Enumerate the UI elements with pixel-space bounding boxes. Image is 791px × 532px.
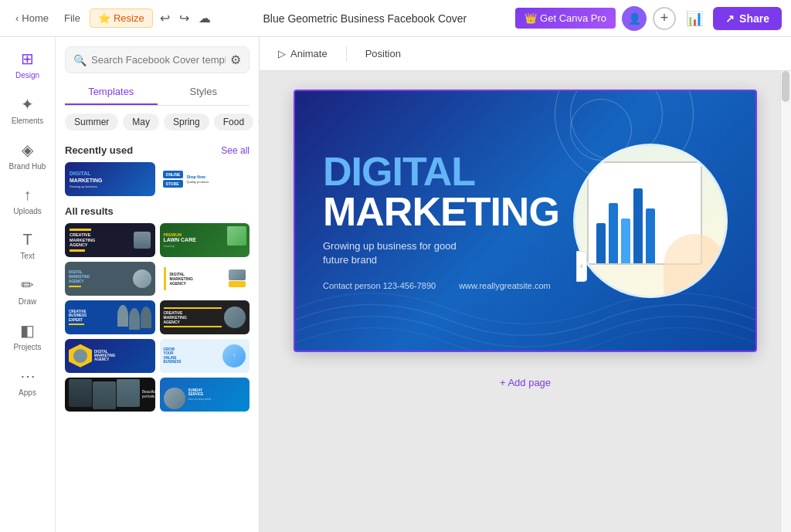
resize-button[interactable]: ⭐ Resize [90,8,153,28]
sidebar-item-projects[interactable]: ◧ Projects [5,315,51,357]
canvas-scroll[interactable]: 🔒 ⧉ ↗ [260,71,791,532]
sidebar-item-uploads[interactable]: ↑ Uploads [5,180,51,222]
undo-button[interactable]: ↩ [156,7,174,29]
recently-used-title: Recently used [65,144,133,156]
canvas-contact-info: Contact person 123-456-7890 www.reallygr… [323,281,559,290]
sidebar-item-text[interactable]: T Text [5,225,51,266]
canvas-toolbar: ▷ Animate Position [260,37,791,71]
see-all-button[interactable]: See all [221,145,250,156]
sidebar-label-design: Design [15,71,39,80]
template-item-8[interactable]: GROWYOURONLINEBUSINESS ↑ [160,339,250,373]
analytics-button[interactable]: 📊 [682,6,707,31]
canvas-wrapper: 🔒 ⧉ ↗ [294,90,757,401]
sidebar-item-design[interactable]: ⊞ Design [5,43,51,86]
chart-bar-1 [596,223,606,263]
projects-icon: ◧ [20,321,35,340]
elements-icon: ✦ [21,95,34,114]
text-icon: T [22,231,32,249]
apps-icon: ⋯ [20,367,36,385]
canvas-circle-image [573,144,728,298]
position-button[interactable]: Position [359,45,407,63]
chip-real[interactable]: Real e... [258,114,259,130]
recent-template-2[interactable]: ONLINE STORE Shop Now Quality products [160,162,250,196]
chip-summer[interactable]: Summer [65,114,118,130]
cloud-button[interactable]: ☁ [195,7,215,29]
draw-icon: ✏ [21,276,34,294]
undo-redo-group: ↩ ↪ ☁ [156,7,215,29]
share-icon: ↗ [725,12,735,25]
design-icon: ⊞ [21,49,34,68]
home-label: Home [22,12,49,24]
sidebar-label-apps: Apps [19,388,36,397]
canvas-contact-person: Contact person 123-456-7890 [323,281,436,290]
star-icon: ⭐ [98,12,110,24]
top-bar-right: 👑 Get Canva Pro 👤 + 📊 ↗ Share [515,6,782,31]
chip-food[interactable]: Food [214,114,253,130]
add-page-button[interactable]: + Add page [294,364,757,401]
template-item-10[interactable]: SUNDAYSERVICE Join us every week [160,378,250,412]
tab-templates[interactable]: Templates [65,80,158,105]
canvas-title-line1: DIGITAL [323,151,559,191]
resize-label: Resize [114,12,144,24]
sidebar-label-brand-hub: Brand Hub [9,162,46,171]
nav-sidebar: ⊞ Design ✦ Elements ◈ Brand Hub ↑ Upload… [0,37,56,532]
search-input[interactable] [91,54,226,66]
sidebar-item-brand-hub[interactable]: ◈ Brand Hub [5,134,51,177]
template-item-3[interactable]: DigitalMarketingAgency [65,262,155,296]
document-title: Blue Geometric Business Facebook Cover [221,12,509,25]
recent-template-1[interactable]: DIGITAL MARKETING Growing up business [65,162,155,196]
template-item-1[interactable]: CREATIVEMARKETINGAGENCY [65,223,155,257]
canvas-subtitle: Growing up business for goodfuture brand [323,239,559,267]
get-pro-button[interactable]: 👑 Get Canva Pro [515,8,616,29]
add-account-button[interactable]: + [653,7,676,30]
template-item-5[interactable]: CREATIVEBUSINESSEXPERT [65,300,155,334]
canvas-text-group: DIGITAL MARKETING Growing up business fo… [323,151,559,290]
chart-bar-3 [621,219,630,264]
panel-collapse-handle[interactable]: ‹ [576,251,587,282]
add-page-area: + Add page [294,364,757,401]
avatar[interactable]: 👤 [622,6,647,31]
search-icon: 🔍 [73,54,87,66]
chip-may[interactable]: May [123,114,159,130]
sidebar-label-projects: Projects [13,343,41,351]
uploads-icon: ↑ [24,186,32,204]
home-button[interactable]: ‹ Home [9,9,55,27]
chart-bar-2 [609,203,618,263]
hand-overlay [664,234,725,296]
animate-button[interactable]: ▷ Animate [272,45,334,63]
scrollbar-thumb[interactable] [782,71,789,102]
search-bar: 🔍 ⚙ [65,46,250,73]
chip-spring[interactable]: Spring [164,114,209,130]
redo-button[interactable]: ↪ [175,7,193,29]
template-item-9[interactable]: Beautifulportraits [65,378,155,412]
file-label: File [64,12,80,24]
template-panel: 🔍 ⚙ Templates Styles Summer May Spring F… [56,37,260,532]
sidebar-item-elements[interactable]: ✦ Elements [5,89,51,131]
file-button[interactable]: File [58,9,87,27]
recently-used-grid: DIGITAL MARKETING Growing up business ON… [65,162,250,196]
laptop-illustration [575,146,725,296]
canvas-website: www.reallygreatsite.com [459,281,551,290]
filter-icon[interactable]: ⚙ [230,53,241,67]
crown-icon: 👑 [525,12,537,24]
all-results-title: All results [65,205,114,217]
canvas-area: ▷ Animate Position 🔒 ⧉ ↗ [260,37,791,532]
sidebar-label-elements: Elements [12,117,44,125]
template-item-6[interactable]: CREATIVEMARKETINGAGENCY [160,300,250,334]
recently-used-header: Recently used See all [65,144,250,156]
chart-bar-5 [646,208,655,264]
sidebar-label-text: Text [20,252,34,260]
sidebar-item-apps[interactable]: ⋯ Apps [5,361,51,403]
tab-styles[interactable]: Styles [158,80,250,105]
design-canvas[interactable]: DIGITAL MARKETING Growing up business fo… [294,90,757,352]
scrollbar-track[interactable] [780,71,791,532]
toolbar-divider-1 [346,46,347,62]
share-button[interactable]: ↗ Share [713,7,782,30]
sidebar-item-draw[interactable]: ✏ Draw [5,269,51,312]
template-item-4[interactable]: DIGITALMARKETINGAGENCY [160,262,250,296]
chart-bar-4 [633,188,643,264]
chevron-left-icon: ‹ [15,12,19,24]
sidebar-label-draw: Draw [19,297,36,306]
template-item-7[interactable]: DigitalMarketingAgency [65,339,155,373]
template-item-2[interactable]: PREMIUM LAWN CARE Journey [160,223,250,257]
